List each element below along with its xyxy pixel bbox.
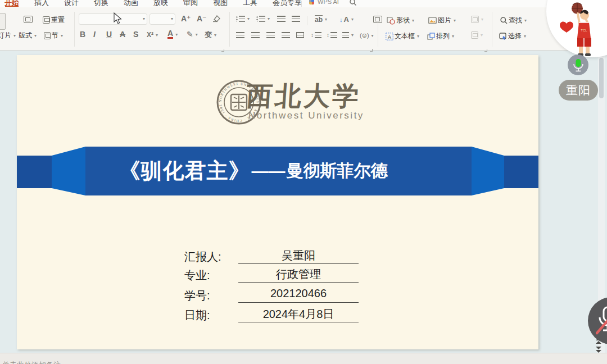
group-divider bbox=[378, 12, 378, 47]
tab-member[interactable]: 会员专享 bbox=[273, 0, 302, 8]
mouse-cursor bbox=[114, 12, 122, 24]
ribbon-toolbar: 重置 幻灯片▾ 版式▾ 节▾ ▾ ▾ A⁺ A⁻ B I U A S X²▾ A… bbox=[0, 7, 607, 51]
tab-slideshow[interactable]: 放映 bbox=[153, 0, 168, 8]
field-label: 专业: bbox=[184, 268, 210, 283]
font-color-button[interactable]: A▾ bbox=[167, 30, 178, 39]
field-label: 日期: bbox=[184, 308, 210, 323]
decrease-indent-icon[interactable] bbox=[277, 16, 286, 22]
field-value: 吴重阳 bbox=[238, 248, 359, 264]
bullet-list-button[interactable]: ▾ bbox=[236, 16, 250, 22]
textbox-icon: A bbox=[386, 33, 393, 40]
microphone-button[interactable] bbox=[568, 54, 588, 75]
tab-home[interactable]: 开始 bbox=[4, 0, 19, 8]
group-divider bbox=[229, 12, 230, 47]
numbered-list-button[interactable]: ▾ bbox=[256, 16, 270, 22]
notes-placeholder: 单击此处添加备注 bbox=[2, 360, 61, 364]
text-direction-button[interactable]: ab▾ bbox=[315, 15, 327, 24]
reset-button[interactable]: 重置 bbox=[43, 15, 65, 25]
italic-button[interactable]: I bbox=[93, 30, 96, 39]
arrange-button[interactable]: 排列▾ bbox=[427, 31, 454, 41]
slide-title[interactable]: 《驯化君主》 —— 曼彻斯菲尔德 bbox=[60, 147, 446, 195]
slide-canvas[interactable]: NORTHWEST UNIVERSITY · XI'AN · CHINA · 1… bbox=[17, 55, 538, 349]
strikethrough-button[interactable]: A bbox=[120, 30, 125, 39]
superscript-button[interactable]: X²▾ bbox=[147, 31, 158, 39]
find-button[interactable]: 查找▾ bbox=[500, 16, 527, 25]
wps-ai-button[interactable]: WPS AI bbox=[318, 0, 339, 5]
increase-font-button[interactable]: A⁺ bbox=[181, 14, 191, 23]
field-row-date[interactable]: 日期: 2024年4月8日 bbox=[184, 307, 364, 322]
new-slide-button[interactable]: 幻灯片▾ bbox=[0, 31, 16, 40]
field-value: 行政管理 bbox=[238, 267, 359, 283]
field-row-major[interactable]: 专业: 行政管理 bbox=[184, 267, 364, 283]
bold-button[interactable]: B bbox=[80, 30, 85, 39]
tab-review[interactable]: 审阅 bbox=[183, 0, 198, 8]
slide-layout-icon[interactable] bbox=[24, 16, 33, 23]
next-slide-button[interactable] bbox=[595, 347, 603, 353]
search-icon[interactable] bbox=[350, 0, 356, 6]
microphone-muted-icon bbox=[596, 306, 607, 335]
highlight-button[interactable]: ✎▾ bbox=[187, 30, 198, 39]
align-right-icon[interactable] bbox=[266, 32, 275, 38]
tab-view[interactable]: 视图 bbox=[213, 0, 228, 8]
text-effect-button[interactable]: 变▾ bbox=[205, 30, 216, 40]
decrease-font-button[interactable]: A⁻ bbox=[197, 14, 207, 23]
align-center-icon[interactable] bbox=[251, 32, 260, 38]
paragraph-group-expander[interactable] bbox=[370, 49, 373, 52]
tab-animation[interactable]: 动画 bbox=[124, 0, 138, 8]
svg-text:TCL: TCL bbox=[581, 29, 587, 32]
microphone-on-icon bbox=[572, 58, 585, 72]
mini-divider bbox=[307, 16, 307, 25]
tab-transition[interactable]: 切换 bbox=[94, 0, 108, 8]
reset-icon bbox=[43, 16, 50, 24]
tab-tools[interactable]: 工具 bbox=[243, 0, 257, 8]
tab-insert[interactable]: 插入 bbox=[34, 0, 49, 8]
shapes-icon bbox=[387, 17, 395, 25]
svg-text:A: A bbox=[388, 34, 391, 39]
merge-shapes-button[interactable]: ▾ bbox=[471, 31, 483, 39]
textbox-button[interactable]: A 文本框▾ bbox=[386, 31, 419, 41]
justify-icon[interactable] bbox=[282, 32, 290, 38]
group-divider bbox=[74, 12, 75, 47]
increase-indent-icon[interactable] bbox=[292, 16, 300, 22]
paste-button[interactable] bbox=[0, 13, 6, 30]
notes-bar[interactable]: 单击此处添加备注 bbox=[0, 353, 607, 364]
menu-bar: 开始 插入 设计 切换 动画 放映 审阅 视图 工具 会员专享 WPS AI bbox=[0, 0, 607, 7]
shapes-button[interactable]: 形状▾ bbox=[387, 16, 414, 25]
distribute-icon[interactable] bbox=[296, 32, 304, 38]
line-spacing-button[interactable]: ▾ bbox=[342, 32, 354, 38]
line-spacing-down-icon[interactable]: ↕ bbox=[327, 32, 337, 38]
insert-group-expander[interactable] bbox=[484, 49, 487, 52]
line-spacing-up-icon[interactable]: ↕ bbox=[311, 32, 321, 38]
menu-divider bbox=[301, 1, 302, 7]
participant-name-badge[interactable]: 重阳 bbox=[559, 80, 598, 101]
paragraph-layout-button[interactable]: (⊜)▾ bbox=[360, 32, 374, 39]
scrollbar-thumb[interactable] bbox=[599, 58, 604, 98]
align-left-icon[interactable] bbox=[236, 32, 244, 38]
select-icon bbox=[499, 33, 507, 40]
participant-name: 重阳 bbox=[566, 83, 591, 98]
field-row-student-id[interactable]: 学号: 202120466 bbox=[184, 287, 364, 303]
field-value: 202120466 bbox=[238, 287, 359, 303]
layout-button[interactable]: 版式▾ bbox=[19, 31, 37, 40]
font-family-select[interactable]: ▾ bbox=[79, 13, 147, 25]
underline-button[interactable]: U bbox=[106, 30, 112, 39]
wps-ai-icon[interactable] bbox=[309, 0, 314, 4]
font-group-expander[interactable] bbox=[221, 49, 224, 52]
field-label: 学号: bbox=[184, 288, 210, 303]
find-icon bbox=[500, 17, 508, 24]
section-button[interactable]: 节▾ bbox=[44, 31, 63, 40]
vertical-text-button[interactable]: ↓A▾ bbox=[339, 15, 354, 24]
picture-button[interactable]: 图片▾ bbox=[428, 16, 456, 25]
field-value: 2024年4月8日 bbox=[238, 307, 359, 322]
select-button[interactable]: 选择▾ bbox=[499, 31, 526, 41]
clear-format-icon[interactable] bbox=[212, 15, 221, 22]
tab-design[interactable]: 设计 bbox=[64, 0, 79, 8]
text-shadow-button[interactable]: S bbox=[133, 30, 138, 39]
title-book-name: 《驯化君主》 bbox=[119, 157, 251, 185]
arrange-icon bbox=[427, 33, 435, 40]
section-icon bbox=[44, 32, 51, 39]
stamp-tool-button[interactable]: ▾ bbox=[471, 16, 483, 23]
font-size-select[interactable]: ▾ bbox=[150, 13, 175, 25]
field-row-reporter[interactable]: 汇报人: 吴重阳 bbox=[184, 248, 364, 264]
picture-icon bbox=[428, 17, 437, 24]
